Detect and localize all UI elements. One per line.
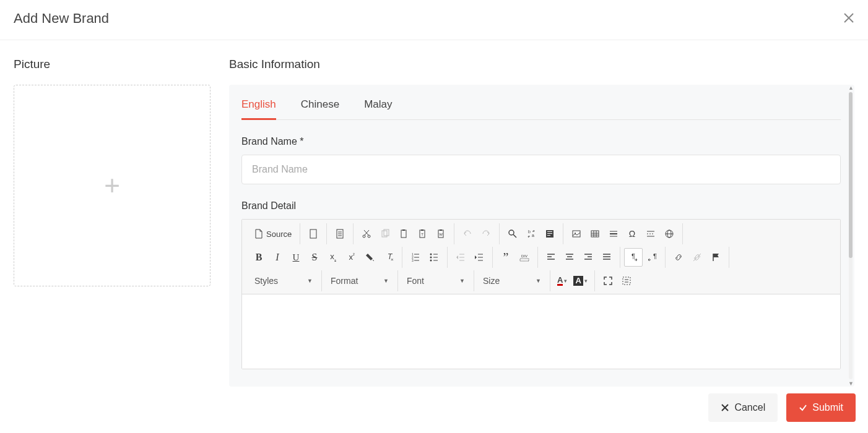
language-tabs: English Chinese Malay bbox=[241, 97, 841, 120]
svg-text:T: T bbox=[421, 233, 423, 236]
picture-section-title: Picture bbox=[14, 58, 212, 71]
showblocks-icon bbox=[622, 276, 631, 286]
editor-div-button[interactable]: DIV bbox=[515, 248, 534, 267]
editor-link-button[interactable] bbox=[669, 248, 688, 267]
cancel-button[interactable]: Cancel bbox=[708, 393, 778, 422]
editor-text-color-button[interactable]: A▾ bbox=[554, 272, 570, 290]
panel-scrollbar[interactable]: ▲ ▼ bbox=[847, 85, 854, 387]
editor-templates-button[interactable] bbox=[331, 225, 349, 243]
page-icon bbox=[308, 229, 318, 239]
caret-icon: ▼ bbox=[536, 278, 541, 284]
svg-line-18 bbox=[513, 234, 516, 238]
svg-point-17 bbox=[509, 230, 514, 235]
editor-copyformat-button[interactable] bbox=[361, 248, 380, 267]
editor-format-select[interactable]: Format▼ bbox=[326, 272, 394, 290]
editor-showblocks-button[interactable] bbox=[617, 272, 636, 290]
copy-icon bbox=[380, 229, 390, 239]
editor-pagebreak-button[interactable] bbox=[641, 225, 660, 243]
editor-align-justify-button[interactable] bbox=[597, 248, 616, 267]
editor-unlink-button[interactable] bbox=[688, 248, 706, 267]
editor-blockquote-button[interactable]: ” bbox=[497, 248, 515, 267]
svg-text:×: × bbox=[391, 257, 394, 262]
tab-english[interactable]: English bbox=[241, 97, 276, 120]
editor-specialchar-button[interactable]: Ω bbox=[623, 225, 641, 243]
editor-superscript-button[interactable]: x² bbox=[342, 248, 361, 267]
editor-rtl-button[interactable]: ¶ bbox=[643, 248, 661, 267]
editor-undo-button[interactable] bbox=[458, 225, 477, 243]
svg-text:Ω: Ω bbox=[629, 229, 635, 239]
close-button[interactable] bbox=[843, 10, 854, 27]
editor-underline-button[interactable]: U bbox=[287, 248, 305, 267]
editor-source-button[interactable]: Source bbox=[250, 225, 296, 243]
editor-bulletlist-button[interactable] bbox=[425, 248, 443, 267]
scroll-thumb[interactable] bbox=[849, 92, 853, 258]
globe-icon bbox=[664, 229, 674, 239]
editor-italic-button[interactable]: I bbox=[268, 248, 287, 267]
align-justify-icon bbox=[602, 252, 612, 262]
editor-table-button[interactable] bbox=[586, 225, 604, 243]
editor-iframe-button[interactable] bbox=[660, 225, 679, 243]
svg-rect-27 bbox=[591, 231, 599, 237]
editor-find-button[interactable] bbox=[503, 225, 522, 243]
editor-bg-color-button[interactable]: A▾ bbox=[570, 272, 590, 290]
paste-icon bbox=[399, 229, 409, 239]
brand-name-label: Brand Name * bbox=[241, 136, 841, 147]
editor-font-select[interactable]: Font▼ bbox=[402, 272, 470, 290]
svg-rect-10 bbox=[402, 229, 405, 231]
editor-subscript-button[interactable]: x₂ bbox=[324, 248, 342, 267]
editor-maximize-button[interactable] bbox=[599, 272, 617, 290]
editor-strike-button[interactable]: S bbox=[305, 248, 324, 267]
rtl-icon: ¶ bbox=[647, 252, 657, 262]
editor-numberlist-button[interactable]: 123 bbox=[406, 248, 425, 267]
editor-selectall-button[interactable] bbox=[540, 225, 559, 243]
editor-cut-button[interactable] bbox=[357, 225, 376, 243]
editor-align-center-button[interactable] bbox=[560, 248, 579, 267]
editor-align-right-button[interactable] bbox=[579, 248, 597, 267]
editor-size-select[interactable]: Size▼ bbox=[478, 272, 546, 290]
omega-icon: Ω bbox=[627, 229, 637, 239]
ul-icon bbox=[429, 252, 439, 262]
flag-icon bbox=[711, 252, 721, 262]
scroll-up-icon: ▲ bbox=[848, 85, 854, 91]
editor-removeformat-button[interactable]: T× bbox=[380, 248, 398, 267]
svg-rect-9 bbox=[401, 230, 406, 238]
editor-new-page-button[interactable] bbox=[304, 225, 323, 243]
brand-name-input[interactable] bbox=[241, 155, 841, 184]
editor-indent-button[interactable] bbox=[470, 248, 488, 267]
svg-rect-12 bbox=[421, 229, 423, 231]
svg-text:¶: ¶ bbox=[653, 252, 657, 260]
editor-paste-word-button[interactable]: W bbox=[432, 225, 450, 243]
x-icon bbox=[721, 403, 729, 412]
svg-text:3: 3 bbox=[412, 259, 414, 262]
editor-bold-button[interactable]: B bbox=[250, 248, 268, 267]
tab-malay[interactable]: Malay bbox=[364, 97, 392, 120]
editor-paste-text-button[interactable]: T bbox=[413, 225, 432, 243]
modal-title: Add New Brand bbox=[14, 11, 109, 27]
editor-replace-button[interactable]: ba bbox=[522, 225, 540, 243]
editor-content-area[interactable] bbox=[242, 294, 840, 369]
editor-align-left-button[interactable] bbox=[542, 248, 560, 267]
svg-point-51 bbox=[430, 257, 432, 259]
editor-image-button[interactable] bbox=[567, 225, 586, 243]
modal-footer: Cancel Submit bbox=[0, 384, 868, 433]
paste-text-icon: T bbox=[417, 229, 427, 239]
svg-rect-63 bbox=[520, 259, 529, 261]
editor-styles-select[interactable]: Styles▼ bbox=[250, 272, 318, 290]
editor-copy-button[interactable] bbox=[376, 225, 394, 243]
caret-icon: ▼ bbox=[383, 278, 389, 284]
submit-button[interactable]: Submit bbox=[786, 393, 856, 422]
paint-icon bbox=[365, 252, 375, 262]
tab-chinese[interactable]: Chinese bbox=[301, 97, 339, 120]
editor-outdent-button[interactable] bbox=[451, 248, 470, 267]
picture-upload-box[interactable]: + bbox=[14, 85, 210, 286]
editor-redo-button[interactable] bbox=[477, 225, 495, 243]
close-icon bbox=[843, 12, 854, 24]
svg-rect-24 bbox=[547, 235, 550, 236]
plus-icon: + bbox=[104, 172, 120, 199]
editor-anchor-button[interactable] bbox=[706, 248, 725, 267]
editor-ltr-button[interactable]: ¶ bbox=[624, 248, 643, 267]
outdent-icon bbox=[456, 252, 466, 262]
editor-paste-button[interactable] bbox=[394, 225, 413, 243]
editor-hr-button[interactable] bbox=[604, 225, 623, 243]
maximize-icon bbox=[603, 276, 613, 286]
